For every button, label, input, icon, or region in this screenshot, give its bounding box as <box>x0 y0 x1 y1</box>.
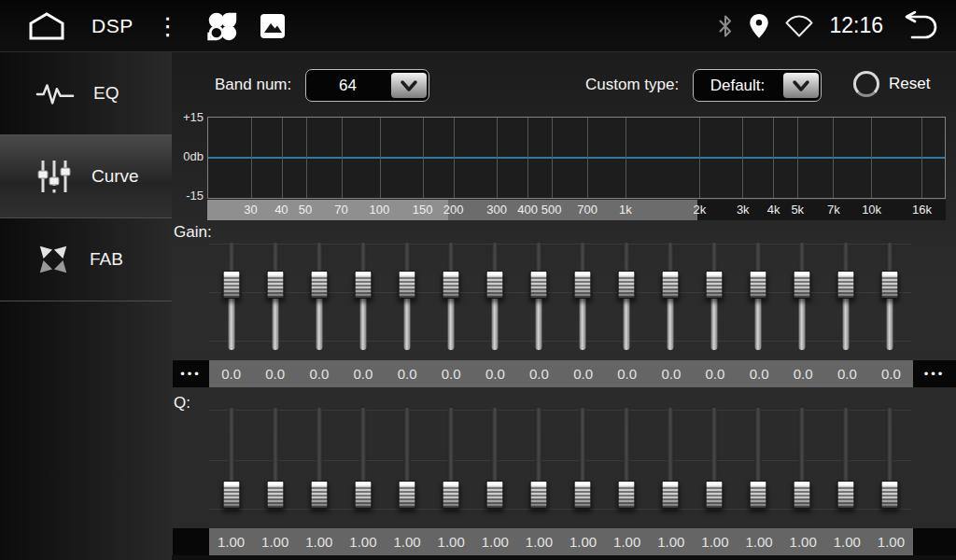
freq-tick-label: 100 <box>369 200 389 220</box>
q-slider[interactable] <box>604 402 648 518</box>
slider-track[interactable] <box>272 296 278 350</box>
q-slider[interactable] <box>209 402 253 518</box>
slider-thumb[interactable] <box>354 271 372 299</box>
slider-track[interactable] <box>710 296 717 350</box>
gain-more-right-button[interactable]: ••• <box>913 360 956 387</box>
gain-more-left-button[interactable]: ••• <box>173 360 209 387</box>
gain-slider[interactable] <box>385 233 429 353</box>
slider-track[interactable] <box>579 296 585 350</box>
slider-track[interactable] <box>535 296 541 350</box>
slider-thumb[interactable] <box>749 271 766 299</box>
q-value: 1.00 <box>386 528 429 555</box>
slider-thumb[interactable] <box>617 481 635 509</box>
slider-thumb[interactable] <box>485 481 503 509</box>
q-slider[interactable] <box>823 402 867 518</box>
slider-thumb[interactable] <box>266 481 284 509</box>
gain-slider[interactable] <box>341 233 385 353</box>
slider-track[interactable] <box>228 296 234 350</box>
slider-track[interactable] <box>316 296 322 350</box>
chevron-down-icon[interactable] <box>783 73 819 98</box>
slider-thumb[interactable] <box>661 271 679 299</box>
gain-value: 0.0 <box>517 360 561 387</box>
slider-thumb[interactable] <box>529 271 547 299</box>
slider-thumb[interactable] <box>529 481 547 509</box>
slider-thumb[interactable] <box>617 271 635 299</box>
slider-track[interactable] <box>491 296 498 350</box>
gain-slider[interactable] <box>604 233 648 353</box>
gain-slider[interactable] <box>472 233 516 353</box>
q-slider[interactable] <box>429 402 472 518</box>
gain-slider[interactable] <box>692 233 736 353</box>
slider-thumb[interactable] <box>222 271 240 299</box>
back-icon[interactable] <box>898 11 941 41</box>
slider-track[interactable] <box>403 296 410 350</box>
slider-track[interactable] <box>623 296 629 350</box>
slider-thumb[interactable] <box>310 271 328 299</box>
q-slider[interactable] <box>780 402 823 518</box>
band-num-select[interactable]: 64 <box>305 69 429 102</box>
gain-slider[interactable] <box>516 233 560 353</box>
slider-thumb[interactable] <box>836 481 854 509</box>
q-slider[interactable] <box>341 402 385 518</box>
gain-slider[interactable] <box>297 233 341 353</box>
slider-track[interactable] <box>447 296 454 350</box>
gain-slider[interactable] <box>560 233 604 353</box>
q-slider[interactable] <box>516 402 560 518</box>
slider-thumb[interactable] <box>836 271 854 299</box>
slider-thumb[interactable] <box>573 481 591 509</box>
slider-track[interactable] <box>842 296 849 350</box>
custom-type-select[interactable]: Default: <box>693 69 822 102</box>
slider-thumb[interactable] <box>310 481 328 509</box>
q-slider[interactable] <box>692 402 736 518</box>
slider-track[interactable] <box>754 296 761 350</box>
q-slider[interactable] <box>867 402 911 518</box>
slider-thumb[interactable] <box>573 271 591 299</box>
apps-clover-icon[interactable] <box>204 8 240 44</box>
q-slider[interactable] <box>472 402 516 518</box>
slider-thumb[interactable] <box>793 481 810 509</box>
slider-thumb[interactable] <box>880 271 898 299</box>
gain-slider[interactable] <box>736 233 780 353</box>
slider-track[interactable] <box>798 296 805 350</box>
sidebar-item-curve[interactable]: Curve <box>0 135 172 218</box>
slider-thumb[interactable] <box>880 481 898 509</box>
q-slider[interactable] <box>560 402 604 518</box>
chevron-down-icon[interactable] <box>391 73 427 98</box>
slider-thumb[interactable] <box>661 481 679 509</box>
sidebar-item-fab[interactable]: FAB <box>0 218 172 301</box>
q-slider[interactable] <box>385 402 429 518</box>
slider-thumb[interactable] <box>266 271 284 299</box>
gain-slider[interactable] <box>823 233 867 353</box>
slider-track[interactable] <box>886 296 893 350</box>
slider-thumb[interactable] <box>485 271 503 299</box>
eq-curve-plot[interactable] <box>207 117 946 199</box>
gain-slider[interactable] <box>209 233 253 353</box>
sidebar-item-eq[interactable]: EQ <box>0 52 172 135</box>
menu-kebab-icon[interactable]: ⋮ <box>156 14 180 38</box>
gallery-icon[interactable] <box>259 12 287 40</box>
slider-thumb[interactable] <box>398 481 415 509</box>
gain-slider[interactable] <box>648 233 692 353</box>
slider-thumb[interactable] <box>442 481 459 509</box>
slider-thumb[interactable] <box>705 481 723 509</box>
q-slider[interactable] <box>736 402 780 518</box>
reset-radio-icon[interactable] <box>853 71 879 97</box>
q-slider[interactable] <box>297 402 341 518</box>
slider-track[interactable] <box>667 296 673 350</box>
gain-slider[interactable] <box>429 233 472 353</box>
slider-thumb[interactable] <box>354 481 372 509</box>
slider-thumb[interactable] <box>398 271 415 299</box>
gain-slider[interactable] <box>867 233 911 353</box>
gain-slider[interactable] <box>253 233 297 353</box>
gain-slider[interactable] <box>780 233 823 353</box>
home-icon[interactable] <box>26 11 67 41</box>
q-slider[interactable] <box>253 402 297 518</box>
reset-button[interactable]: Reset <box>853 71 930 97</box>
slider-thumb[interactable] <box>793 271 810 299</box>
slider-thumb[interactable] <box>749 481 766 509</box>
slider-thumb[interactable] <box>442 271 459 299</box>
slider-thumb[interactable] <box>705 271 723 299</box>
slider-track[interactable] <box>359 296 366 350</box>
q-slider[interactable] <box>648 402 692 518</box>
slider-thumb[interactable] <box>222 481 240 509</box>
